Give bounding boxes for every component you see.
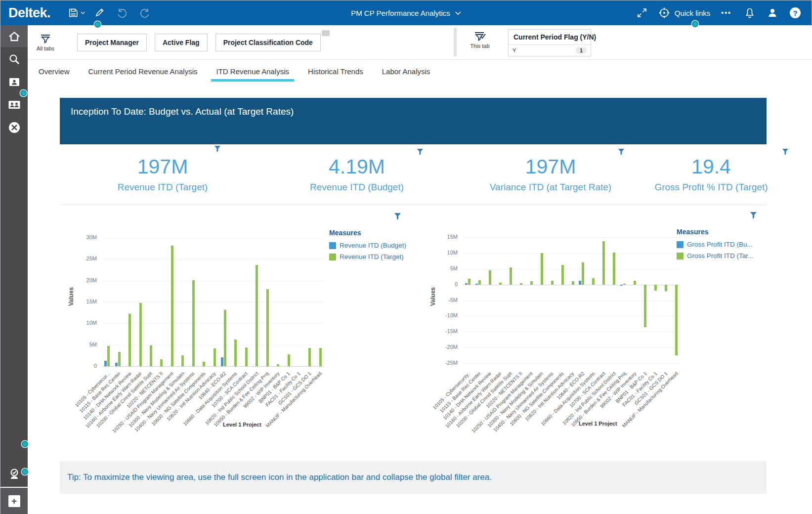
sidebar-item-search[interactable] [0,48,28,71]
bar[interactable] [489,270,491,285]
bar[interactable] [675,285,678,356]
quick-links-button[interactable]: Quick links [658,7,711,19]
y-axis-tick-label: 15M [71,299,97,304]
bar[interactable] [266,289,269,366]
save-icon [68,7,79,18]
bar[interactable] [171,246,173,366]
more-options-button[interactable]: ••• [721,9,731,17]
current-period-flag-filter-card[interactable]: Current Period Flag (Y/N) Y 1 [508,29,591,56]
tab-current-period-revenue-analysis[interactable]: Current Period Revenue Analysis [86,61,200,82]
panel-splitter[interactable]: ‖ [454,28,457,56]
guide-beacon[interactable] [22,441,28,447]
notifications-button[interactable] [741,4,758,21]
sidebar-item-people[interactable] [0,93,28,116]
tab-itd-revenue-analysis[interactable]: ITD Revenue Analysis [214,61,291,82]
bar[interactable] [277,364,279,366]
bar[interactable] [150,345,152,366]
guide-beacon[interactable] [94,21,101,28]
bar[interactable] [181,355,184,366]
redo-button[interactable] [136,4,153,21]
bar[interactable] [602,241,605,285]
this-tab-filter[interactable]: This tab [465,31,495,49]
kpi-filter-funnel-icon[interactable] [417,148,424,156]
bar[interactable] [224,310,226,366]
tab-labor-analysis[interactable]: Labor Analysis [380,61,432,82]
bar[interactable] [665,285,667,291]
kpi-filter-funnel-icon[interactable] [618,148,625,156]
bar[interactable] [128,314,131,366]
guide-beacon[interactable] [20,90,27,96]
bar[interactable] [319,348,322,366]
sidebar-item-home[interactable] [0,25,28,48]
bar[interactable] [520,283,522,285]
chart-filter-funnel-icon[interactable] [750,212,757,219]
bar[interactable] [288,354,290,366]
legend-item[interactable]: Revenue ITD (Target) [329,253,416,260]
guide-beacon[interactable] [22,469,28,475]
legend-item[interactable]: Revenue ITD (Budget) [329,242,416,249]
bar[interactable] [572,281,574,284]
user-profile-button[interactable] [764,4,781,21]
kpi-value[interactable]: 197M [59,155,266,178]
bar[interactable] [582,262,584,285]
bar[interactable] [256,265,258,366]
dashboard-title-menu[interactable]: PM CP Performance Analytics [351,9,461,17]
undo-button[interactable] [114,4,130,21]
bar[interactable] [475,284,478,285]
sidebar-item-tools[interactable] [0,116,28,139]
filter-button-project-manager[interactable]: Project Manager [77,34,147,51]
bar[interactable] [592,278,595,285]
bar[interactable] [234,340,237,366]
bar[interactable] [541,253,543,285]
help-button[interactable]: ? [787,4,804,21]
bar[interactable] [654,285,657,291]
tab-historical-trends[interactable]: Historical Trends [306,61,365,82]
kpi-filter-funnel-icon[interactable] [782,148,789,156]
bar[interactable] [623,284,626,284]
bar[interactable] [203,362,205,366]
bar[interactable] [107,346,110,366]
title-chevron-down-icon [455,11,461,15]
bar[interactable] [245,347,248,366]
bar[interactable] [530,281,533,285]
bar[interactable] [644,285,646,327]
save-button[interactable] [68,4,85,21]
bar[interactable] [634,281,636,285]
legend-item[interactable]: Gross Profit ITD (Tar... [677,252,763,259]
guide-beacon[interactable] [692,21,698,27]
bar[interactable] [579,281,581,285]
legend-item[interactable]: Gross Profit ITD (Bu... [677,241,763,248]
fullscreen-button[interactable] [634,4,650,21]
bar[interactable] [221,357,223,366]
filter-button-project-classification-code[interactable]: Project Classification Code [215,34,321,51]
bar[interactable] [465,283,468,285]
filter-button-active-flag[interactable]: Active Flag [155,34,208,51]
bar[interactable] [478,280,481,284]
bar[interactable] [499,283,502,285]
chart-filter-funnel-icon[interactable] [394,213,401,220]
bar[interactable] [551,281,554,285]
all-tabs-filter[interactable]: All tabs [31,34,60,51]
drag-handle[interactable] [322,30,330,36]
y-axis-tick-label: -10M [432,312,458,318]
bar[interactable] [160,359,163,366]
bar[interactable] [613,253,615,285]
bar[interactable] [620,285,623,286]
edit-button[interactable] [91,4,108,21]
bar[interactable] [308,348,311,366]
y-axis-tick-label: 30M [71,234,97,240]
kpi-filter-funnel-icon[interactable] [214,145,221,153]
kpi-value[interactable]: 19.4 [607,155,812,178]
bar[interactable] [115,363,118,366]
bar[interactable] [104,361,107,366]
bar[interactable] [118,352,121,366]
bar[interactable] [510,267,512,284]
add-button[interactable]: + [8,495,20,507]
kpi-value[interactable]: 4.19M [253,155,461,178]
bar[interactable] [468,279,470,285]
bar[interactable] [192,280,195,366]
bar[interactable] [561,265,564,285]
tab-overview[interactable]: Overview [37,61,72,82]
bar[interactable] [139,303,142,366]
bar[interactable] [214,348,216,366]
